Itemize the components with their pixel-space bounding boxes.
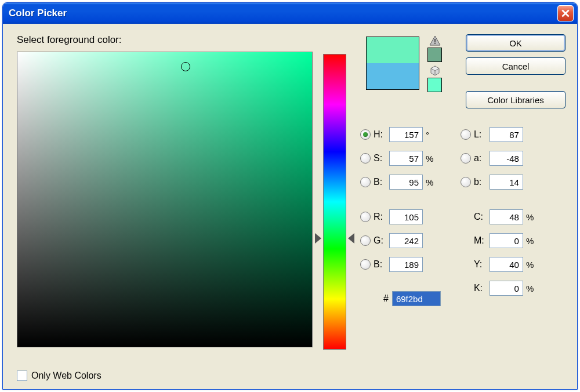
g-input[interactable] (389, 233, 423, 248)
color-swatch-stack (366, 37, 419, 108)
saturation-value-picker[interactable] (17, 52, 313, 347)
b-hsb-input[interactable] (389, 175, 423, 190)
lab-l-label: L: (474, 129, 487, 140)
dialog-body: Select foreground color: (3, 24, 577, 389)
fields: H:° S:% B:% R: G: B: # L: a: b: (360, 126, 566, 306)
radio-h[interactable] (360, 129, 371, 140)
y-unit: % (526, 260, 536, 270)
titlebar[interactable]: Color Picker (3, 3, 577, 24)
only-web-colors-checkbox[interactable] (17, 371, 27, 381)
lab-a-input[interactable] (490, 151, 523, 166)
hue-slider[interactable] (323, 54, 346, 350)
only-web-colors-label: Only Web Colors (31, 371, 102, 381)
prompt-label: Select foreground color: (17, 34, 313, 46)
sv-cursor[interactable] (181, 62, 190, 71)
sv-gradient (17, 52, 312, 347)
b-rgb-input[interactable] (389, 257, 423, 272)
radio-lab-b[interactable] (461, 177, 471, 187)
cancel-button[interactable]: Cancel (466, 57, 566, 75)
s-unit: % (426, 154, 436, 164)
left-column: Select foreground color: (17, 34, 313, 381)
b-rgb-label: B: (374, 259, 386, 270)
hue-indicator-right[interactable] (348, 233, 354, 244)
y-label: Y: (474, 259, 487, 270)
lab-b-input[interactable] (490, 175, 523, 190)
y-input[interactable] (490, 257, 523, 272)
top-row: ! OK Cancel Color Libraries (357, 34, 566, 108)
hex-input[interactable] (392, 291, 441, 306)
ok-button[interactable]: OK (466, 34, 566, 52)
websafe-swatch[interactable] (427, 78, 442, 92)
new-color-swatch[interactable] (367, 37, 419, 63)
c-input[interactable] (490, 209, 523, 224)
window-title: Color Picker (9, 8, 557, 19)
radio-s[interactable] (360, 153, 371, 164)
radio-r[interactable] (360, 212, 371, 222)
m-input[interactable] (490, 233, 523, 248)
hsb-rgb-column: H:° S:% B:% R: G: B: # (360, 126, 441, 306)
button-column: OK Cancel Color Libraries (466, 34, 566, 108)
gamut-swatch[interactable] (427, 48, 442, 62)
radio-g[interactable] (360, 235, 371, 246)
s-input[interactable] (389, 151, 423, 166)
h-label: H: (374, 129, 386, 140)
g-label: G: (374, 235, 386, 246)
hex-row: # (383, 291, 441, 306)
lab-a-label: a: (474, 153, 487, 164)
websafe-warning (427, 66, 442, 92)
s-label: S: (374, 153, 386, 164)
hash-label: # (383, 293, 389, 304)
warning-icon[interactable]: ! (429, 35, 441, 46)
radio-lab-a[interactable] (461, 153, 471, 164)
c-label: C: (474, 212, 487, 222)
m-unit: % (526, 236, 536, 246)
radio-b[interactable] (360, 177, 371, 187)
m-label: M: (474, 235, 487, 246)
lab-l-input[interactable] (490, 127, 523, 142)
close-button[interactable] (557, 5, 574, 21)
r-label: R: (374, 212, 386, 222)
close-icon (561, 9, 570, 17)
cube-icon[interactable] (430, 66, 440, 76)
color-picker-window: Color Picker Select foreground color: (2, 2, 578, 390)
lab-cmyk-column: L: a: b: C:% M:% Y:% K:% (461, 126, 536, 306)
hue-indicator-left[interactable] (315, 233, 321, 244)
gamut-warning: ! (427, 35, 442, 62)
k-input[interactable] (490, 281, 523, 296)
hue-column (323, 54, 346, 381)
b-hsb-unit: % (426, 177, 436, 187)
previous-color-swatch[interactable] (367, 63, 419, 89)
right-column: ! OK Cancel Color Libraries (357, 34, 566, 381)
lab-b-label: b: (474, 177, 487, 187)
k-unit: % (526, 284, 536, 293)
radio-lab-l[interactable] (461, 129, 471, 140)
c-unit: % (526, 212, 536, 222)
k-label: K: (474, 283, 487, 293)
h-unit: ° (426, 130, 436, 140)
warning-column: ! (427, 35, 442, 108)
b-hsb-label: B: (374, 177, 386, 187)
svg-text:!: ! (434, 38, 436, 46)
color-preview[interactable] (366, 37, 419, 90)
web-colors-row: Only Web Colors (17, 371, 102, 381)
r-input[interactable] (389, 209, 423, 224)
h-input[interactable] (389, 127, 423, 142)
color-libraries-button[interactable]: Color Libraries (466, 91, 566, 108)
radio-b-rgb[interactable] (360, 259, 371, 270)
